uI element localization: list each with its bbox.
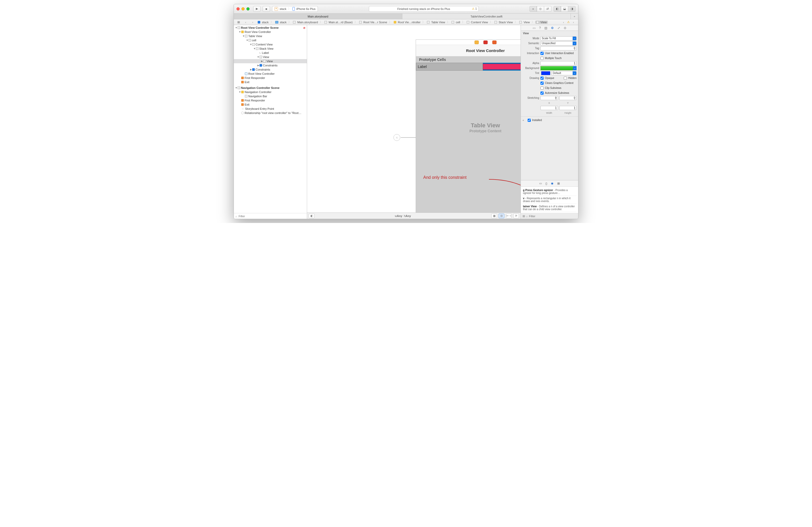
prototype-cell[interactable]: Label	[416, 63, 521, 71]
media-lib-tab[interactable]: ▦	[557, 182, 560, 185]
tab-main-storyboard[interactable]: Main.storyboard	[234, 14, 402, 19]
identity-inspector-tab[interactable]: ▤	[545, 26, 547, 30]
resolve-button[interactable]: ⟳	[513, 214, 519, 218]
exit-row-2[interactable]: Exit	[234, 103, 307, 107]
relationship-row[interactable]: Relationship "root view controller" to "…	[234, 111, 307, 115]
lib-item-view[interactable]: v - Represents a rectangular n in which …	[522, 196, 577, 204]
jump-seg-9[interactable]: Stack View	[493, 21, 514, 24]
jump-seg-8[interactable]: Content View	[466, 21, 489, 24]
hidden-check[interactable]	[564, 77, 567, 80]
scheme-selector[interactable]: stack 〉 iPhone 6s Plus	[272, 6, 318, 12]
jump-seg-0[interactable]: stack	[257, 21, 270, 24]
constraints-row[interactable]: ▶Constraints	[234, 63, 307, 67]
attributes-inspector-tab[interactable]: ⚙	[551, 26, 554, 30]
warning-badge[interactable]: ⚠ 1	[472, 7, 477, 11]
tab-tableviewcontroller[interactable]: TableViewController.swift	[402, 14, 571, 19]
opaque-check[interactable]	[540, 77, 543, 80]
autoresize-check[interactable]	[540, 91, 543, 95]
jump-seg-2[interactable]: Main.storyboard	[292, 21, 319, 24]
jump-next-issue[interactable]: ›	[570, 20, 577, 25]
scene2-row[interactable]: ▼Navigation Controller Scene	[234, 86, 307, 90]
scene-header[interactable]	[416, 40, 521, 45]
grid-view-toggle[interactable]: ▦	[522, 214, 525, 218]
constraints-row-2[interactable]: ▶Constraints	[234, 67, 307, 72]
toggle-navigator-button[interactable]: ◧	[553, 6, 561, 12]
activity-field[interactable]: Finished running stack on iPhone 6s Plus…	[369, 6, 479, 12]
entry-row[interactable]: →Storyboard Entry Point	[234, 107, 307, 111]
tableview-row[interactable]: ▼Table View	[234, 34, 307, 38]
assistant-editor-button[interactable]: ◎	[537, 6, 544, 12]
view-selected-row[interactable]: ▶View	[234, 59, 307, 63]
exit-row[interactable]: Exit	[234, 80, 307, 84]
background-color-well[interactable]: ⌄	[540, 66, 577, 70]
outline-filter-input[interactable]	[238, 215, 305, 218]
label-row[interactable]: LLabel	[234, 51, 307, 55]
size-class-control[interactable]: wAny hAny	[316, 214, 490, 217]
contentview-row[interactable]: ▼Content View	[234, 42, 307, 47]
toggle-utilities-button[interactable]: ◨	[568, 6, 576, 12]
version-editor-button[interactable]: ⇄	[544, 6, 551, 12]
stretch-y[interactable]: 0▴▾	[559, 96, 577, 100]
back-button[interactable]: ‹	[243, 20, 249, 25]
jump-seg-7[interactable]: cell	[450, 21, 461, 24]
jump-seg-4[interactable]: Root Vie…r Scene	[358, 21, 388, 24]
file-template-lib-tab[interactable]: ▭	[539, 182, 542, 185]
size-inspector-tab[interactable]: ⤢	[557, 26, 560, 30]
navctrl-row[interactable]: ▼Navigation Controller	[234, 90, 307, 94]
semantic-select[interactable]: Unspecified⌄	[540, 41, 577, 45]
close-button[interactable]	[236, 7, 240, 11]
installed-check[interactable]	[528, 119, 531, 122]
segue-arrow[interactable]: ⎋	[393, 132, 418, 143]
lib-item-container[interactable]: tainer View - Defines a n of a view cont…	[522, 204, 577, 212]
outline-tree[interactable]: ▼Root View Controller Scene⊘ ▼Root View …	[234, 25, 307, 213]
code-snippet-lib-tab[interactable]: {}	[546, 182, 547, 185]
jump-seg-3[interactable]: Main.st…rd (Base)	[323, 21, 354, 24]
user-interaction-check[interactable]	[540, 52, 543, 55]
cell-row[interactable]: ▼cell	[234, 38, 307, 42]
connections-inspector-tab[interactable]: ⊝	[564, 26, 566, 30]
toggle-debug-button[interactable]: ⬓	[561, 6, 568, 12]
rootvc-item-row[interactable]: ‹Root View Controller	[234, 72, 307, 76]
file-inspector-tab[interactable]: ▭	[533, 26, 536, 30]
clip-subviews-check[interactable]	[540, 87, 543, 90]
jump-seg-6[interactable]: Table View	[426, 21, 446, 24]
cell-label[interactable]: Label	[416, 63, 483, 71]
stack-button[interactable]: ▦	[491, 214, 497, 218]
tag-field[interactable]: 0▴▾	[540, 46, 577, 50]
stackview-row[interactable]: ▼Stack View	[234, 47, 307, 51]
navigation-bar[interactable]: Root View Controller	[416, 45, 521, 57]
add-variant-button[interactable]: +	[522, 119, 525, 122]
jump-seg-11[interactable]: View	[535, 21, 548, 24]
standard-editor-button[interactable]: ≡	[530, 6, 537, 12]
rootvc-row[interactable]: ▼Root View Controller	[234, 30, 307, 34]
forward-button[interactable]: ›	[249, 20, 256, 25]
pin-button[interactable]: ⊢⊣	[506, 214, 512, 218]
stretch-x[interactable]: 0▴▾	[540, 96, 558, 100]
minimize-button[interactable]	[242, 7, 245, 11]
jump-prev-issue[interactable]: ‹	[560, 20, 567, 25]
help-inspector-tab[interactable]: ?	[539, 26, 541, 30]
stop-button[interactable]: ■	[263, 6, 270, 12]
alpha-field[interactable]: 1▴▾	[540, 61, 577, 65]
object-lib-tab[interactable]: ◉	[551, 182, 553, 185]
run-button[interactable]: ▶	[253, 6, 261, 12]
multiple-touch-check[interactable]	[540, 57, 543, 60]
stretch-w[interactable]: 1▴▾	[540, 106, 558, 110]
align-button[interactable]: ⊟	[498, 214, 504, 218]
navbar-row[interactable]: Navigation Bar	[234, 94, 307, 98]
new-tab-button[interactable]: +	[571, 14, 578, 19]
toggle-outline-button[interactable]: ◧	[309, 214, 315, 218]
stretch-h[interactable]: 1▴▾	[559, 106, 577, 110]
mode-select[interactable]: Scale To Fill⌄	[540, 36, 577, 41]
canvas[interactable]: ⎋ Root View Controller Prototype Cells	[307, 25, 521, 212]
jump-seg-10[interactable]: View	[518, 21, 531, 24]
lib-item-gesture[interactable]: g Press Gesture ognizer - Provides a ogn…	[522, 188, 577, 196]
tint-select[interactable]: Default⌄	[551, 71, 577, 75]
view-row[interactable]: ▼View	[234, 55, 307, 59]
first-responder-row[interactable]: First Responder	[234, 76, 307, 80]
selected-view[interactable]	[483, 64, 521, 70]
maximize-button[interactable]	[246, 7, 249, 11]
jump-seg-1[interactable]: stack	[274, 21, 288, 24]
clears-graphics-check[interactable]	[540, 81, 543, 85]
scene-row[interactable]: ▼Root View Controller Scene⊘	[234, 26, 307, 30]
